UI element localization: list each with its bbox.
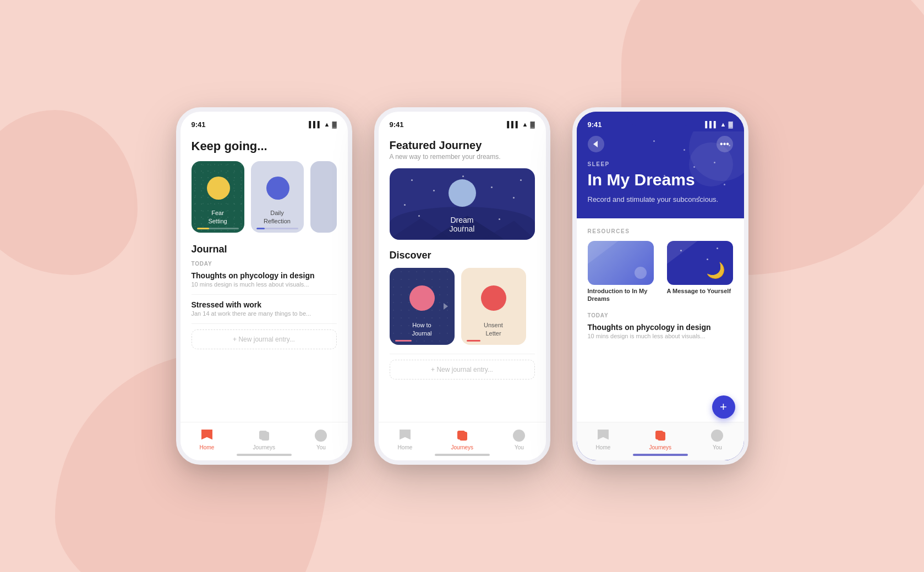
nav-home-label-1: Home [200,444,215,450]
journal-section: Journal TODAY Thoughts on phycology in d… [192,244,337,317]
fear-progress [197,228,239,229]
phone-3: 9:41 ▌▌▌ ▲ ▓ [572,107,748,465]
dream-moon [449,179,476,207]
journal-title: Journal [192,244,337,255]
nav-journeys-label-3: Journeys [649,444,672,450]
journal-entry-1[interactable]: Thoughts on phycology in design 10 mins … [192,271,337,288]
unsent-circle [481,285,506,311]
battery-icon-2: ▓ [530,121,534,128]
resource-1[interactable]: Introduction to In My Dreams [588,241,660,303]
unsent-letter-card[interactable]: UnsentLetter [461,268,526,345]
nav-you-label-2: You [515,444,524,450]
you-icon-wrapper-2 [512,428,526,443]
nav-you-label-3: You [713,444,722,450]
unsent-label: UnsentLetter [484,321,503,337]
daily-progress-bar [256,228,298,229]
resource-2[interactable]: 🌙 A Message to Yourself [667,241,733,303]
nav-home-2[interactable]: Home [398,428,413,450]
home-bar-1 [237,454,292,456]
journeys-icon-wrapper-1 [257,428,271,443]
resource-label-2: A Message to Yourself [667,287,733,295]
resources-row: Introduction to In My Dreams 🌙 [588,241,733,303]
daily-reflection-card[interactable]: DailyReflection [251,161,304,233]
chevron-left-icon [593,141,598,147]
status-icons-3: ▌▌▌ ▲ ▓ [705,121,732,128]
discover-title: Discover [390,250,535,261]
daily-circle [266,177,289,200]
dream-journal-label: DreamJournal [450,216,475,233]
journeys-card2-1 [261,432,269,441]
svg-point-4 [635,267,647,279]
notch-3 [627,112,693,126]
home-icon-2 [400,430,411,442]
nav-journeys-label-2: Journeys [451,444,474,450]
new-entry-btn-1[interactable]: + New journal entry... [192,329,337,349]
resource-label-1: Introduction to In My Dreams [588,287,660,303]
phones-container: 9:41 ▌▌▌ ▲ ▓ Keep going... FearSetting [176,107,748,465]
how-to-journal-card[interactable]: How toJournal [390,268,455,345]
phone-2: 9:41 ▌▌▌ ▲ ▓ Featured Journey A new way … [374,107,550,465]
you-icon-wrapper-1 [314,428,328,443]
unsent-progress [467,340,480,342]
journal-entry-2[interactable]: Stressed with work Jan 14 at work there … [192,300,337,317]
nav-home-1[interactable]: Home [200,428,215,450]
bg-shape-3 [0,110,138,275]
nav-journeys-3[interactable]: Journeys [649,428,672,450]
phone-1-content: Keep going... FearSetting Dail [181,131,348,460]
p3-stars [643,131,743,218]
fear-progress-fill [197,228,210,229]
cards-row: FearSetting DailyReflection [192,161,337,233]
wifi-icon-2: ▲ [522,121,528,128]
daily-label: DailyReflection [264,209,291,225]
new-entry-btn-2[interactable]: + New journal entry... [390,360,535,380]
rc-triangle-2 [667,241,706,268]
nav-journeys-2[interactable]: Journeys [451,428,474,450]
p3-today-section: TODAY Thoughts on phycology in design 10… [588,312,733,339]
journeys-icon-wrapper-3 [653,428,668,443]
home-bar-3 [633,454,688,456]
how-arrow [441,302,450,311]
nav-home-label-2: Home [398,444,413,450]
nav-you-2[interactable]: You [512,428,526,450]
you-icon-2 [513,430,525,442]
journeys-icon-3 [654,430,666,442]
rc-moon-icon-1 [633,265,648,280]
phone-1: 9:41 ▌▌▌ ▲ ▓ Keep going... FearSetting [176,107,352,465]
nav-journeys-label-1: Journeys [253,444,276,450]
p3-back-button[interactable] [588,136,604,152]
home-icon-wrapper [200,428,214,443]
signal-icon-2: ▌▌▌ [507,121,520,128]
daily-progress [256,228,298,229]
phone-2-content: Featured Journey A new way to remember y… [379,131,546,460]
wifi-icon-3: ▲ [720,121,726,128]
fab-button[interactable]: + [712,395,735,419]
nav-journeys-1[interactable]: Journeys [253,428,276,450]
nav-home-3[interactable]: Home [596,428,611,450]
journal-period: TODAY [192,261,337,267]
divider-1 [192,294,337,295]
how-circle [409,285,435,311]
nav-you-1[interactable]: You [314,428,328,450]
journal-entry-1-meta: 10 mins design is much less about visual… [192,281,337,288]
fear-setting-card[interactable]: FearSetting [192,161,244,233]
fear-circle [207,177,230,200]
featured-journey-title: Featured Journey [390,139,535,152]
home-icon-3 [598,430,609,442]
nav-home-label-3: Home [596,444,611,450]
nav-you-label-1: You [316,444,326,450]
signal-icon-3: ▌▌▌ [705,121,718,128]
signal-icon: ▌▌▌ [309,121,321,128]
rc-moon-icon-2: 🌙 [706,261,725,279]
p3-journal-entry-meta: 10 mins design is much less about visual… [588,333,733,339]
journeys-card2-2 [460,432,467,441]
third-partial-card [310,161,337,233]
status-time-1: 9:41 [192,120,206,129]
notch-1 [231,112,297,126]
dream-journal-card[interactable]: DreamJournal [390,168,535,240]
journeys-icon-2 [456,430,468,442]
nav-you-3[interactable]: You [710,428,724,450]
you-icon-wrapper-3 [710,428,724,443]
journal-entry-2-title: Stressed with work [192,300,337,309]
journeys-icon-1 [258,430,270,442]
you-icon-1 [315,430,327,442]
